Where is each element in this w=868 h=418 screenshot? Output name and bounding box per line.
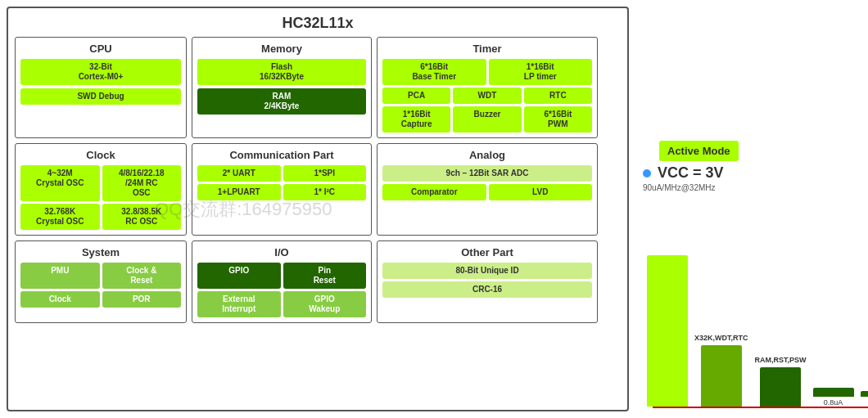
freq-label: 90uA/MHz@32MHz (643, 183, 868, 192)
vcc-label: VCC = 3V (658, 164, 724, 182)
chip-rc-osc: 4/8/16/22.18/24M RCOSC (102, 165, 182, 201)
diagram-title: HC32L11x (15, 15, 621, 32)
system-title: System (20, 246, 181, 258)
bar-chart-wrapper: X32K,WDT,RTC RAM,RST,PSW 0.8uA 0.45uA (639, 192, 868, 408)
io-block: I/O GPIO PinReset ExternalInterrupt GPIO… (192, 240, 372, 323)
chip-pin-reset: PinReset (283, 263, 367, 289)
bar-2 (701, 345, 742, 407)
memory-block: Memory Flash16/32KByte RAM2/4KByte (192, 37, 372, 138)
chip-spi: 1*SPI (283, 165, 367, 182)
analog-block: Analog 9ch – 12Bit SAR ADC Comparator LV… (377, 143, 598, 236)
chip-uart: 2* UART (197, 165, 281, 182)
cpu-title: CPU (20, 43, 181, 55)
chart-baseline (653, 407, 868, 408)
clock-title: Clock (20, 149, 181, 161)
comm-grid: 2* UART 1*SPI 1+LPUART 1* I²C (197, 165, 366, 200)
vcc-row: VCC = 3V (643, 164, 868, 182)
chip-buzzer: Buzzer (453, 106, 521, 133)
bar-2-label: X32K,WDT,RTC (694, 334, 748, 342)
io-title: I/O (197, 246, 366, 258)
diagram-grid: CPU 32-BitCortex-M0+ SWD Debug Memory Fl… (15, 37, 621, 323)
clock-grid: 4~32MCrystal OSC 4/8/16/22.18/24M RCOSC … (20, 165, 181, 230)
active-mode-row: Active Mode (643, 75, 868, 161)
system-block: System PMU Clock &Reset Clock POR (15, 240, 187, 323)
chip-ext-int: ExternalInterrupt (197, 291, 281, 317)
bar-1 (647, 255, 688, 407)
chip-crc: CRC-16 (382, 281, 592, 298)
chip-gpio: GPIO (197, 263, 281, 289)
chip-flash: Flash16/32KByte (197, 59, 366, 85)
chip-swd: SWD Debug (20, 88, 181, 105)
bar-group-5: 0.45uA (861, 391, 868, 407)
bar-group-3: RAM,RST,PSW (755, 356, 807, 407)
active-mode-badge: Active Mode (659, 141, 739, 161)
chip-por: POR (102, 291, 182, 308)
sys-grid: PMU Clock &Reset Clock POR (20, 263, 181, 308)
chip-base-timer: 6*16BitBase Timer (382, 59, 486, 85)
chip-crystal-32m: 4~32MCrystal OSC (20, 165, 100, 201)
bar-3 (760, 367, 801, 407)
clock-block: Clock 4~32MCrystal OSC 4/8/16/22.18/24M … (15, 143, 187, 236)
cpu-block: CPU 32-BitCortex-M0+ SWD Debug (15, 37, 187, 138)
memory-title: Memory (197, 43, 366, 55)
bar-3-label: RAM,RST,PSW (755, 356, 807, 364)
main-container: HC32L11x CPU 32-BitCortex-M0+ SWD Debug … (0, 0, 868, 418)
chip-pca: PCA (382, 88, 450, 104)
chip-lp-timer: 1*16BitLP timer (489, 59, 593, 85)
timer-grid-r2: PCA WDT RTC (382, 88, 592, 104)
other-grid: 80-Bit Unique ID CRC-16 (382, 263, 592, 298)
diagram-area: HC32L11x CPU 32-BitCortex-M0+ SWD Debug … (7, 7, 629, 411)
other-block: Other Part 80-Bit Unique ID CRC-16 (377, 240, 598, 323)
communication-block: Communication Part 2* UART 1*SPI 1+LPUAR… (192, 143, 372, 236)
chip-clock-sys: Clock (20, 291, 100, 308)
chip-comparator: Comparator (382, 184, 486, 200)
chip-pwm: 6*16BitPWM (524, 106, 592, 133)
comm-title: Communication Part (197, 149, 366, 161)
bar-group-1 (647, 255, 688, 407)
chip-adc: 9ch – 12Bit SAR ADC (382, 165, 592, 182)
analog-title: Analog (382, 149, 592, 161)
dot-blue-icon (643, 169, 651, 178)
chip-unique-id: 80-Bit Unique ID (382, 263, 592, 279)
mem-grid: Flash16/32KByte RAM2/4KByte (197, 59, 366, 115)
chip-crystal-32k: 32.768KCrystal OSC (20, 204, 100, 230)
bar-5 (861, 391, 868, 397)
io-grid: GPIO PinReset ExternalInterrupt GPIOWake… (197, 263, 366, 317)
other-title: Other Part (382, 246, 592, 258)
timer-grid-r3: 1*16BitCapture Buzzer 6*16BitPWM (382, 106, 592, 133)
bar-chart: X32K,WDT,RTC RAM,RST,PSW 0.8uA 0.45uA (639, 227, 868, 407)
bar-4 (813, 388, 854, 397)
chip-ram: RAM2/4KByte (197, 88, 366, 115)
timer-grid-r1: 6*16BitBase Timer 1*16BitLP timer (382, 59, 592, 85)
chip-gpio-wakeup: GPIOWakeup (283, 291, 367, 317)
chip-lvd: LVD (489, 184, 593, 200)
chip-lpuart: 1+LPUART (197, 184, 281, 200)
chip-clock-reset: Clock &Reset (102, 263, 182, 289)
cpu-grid: 32-BitCortex-M0+ SWD Debug (20, 59, 181, 105)
bar-group-4: 0.8uA (813, 388, 854, 407)
timer-title: Timer (382, 43, 592, 55)
chip-pmu: PMU (20, 263, 100, 289)
chart-info: Active Mode VCC = 3V 90uA/MHz@32MHz (639, 10, 868, 192)
chip-cortex: 32-BitCortex-M0+ (20, 59, 181, 85)
chip-wdt: WDT (453, 88, 521, 104)
analog-grid: 9ch – 12Bit SAR ADC (382, 165, 592, 182)
bar-group-2: X32K,WDT,RTC (694, 334, 748, 407)
chip-capture: 1*16BitCapture (382, 106, 450, 133)
chip-i2c: 1* I²C (283, 184, 367, 200)
chip-rc-osc-38k: 32.8/38.5KRC OSC (102, 204, 182, 230)
bar-4-bottom-label: 0.8uA (824, 398, 843, 407)
analog-grid-r2: Comparator LVD (382, 184, 592, 200)
chip-rtc: RTC (524, 88, 592, 104)
chart-area: Active Mode VCC = 3V 90uA/MHz@32MHz X32K… (635, 7, 868, 411)
timer-block: Timer 6*16BitBase Timer 1*16BitLP timer … (377, 37, 598, 138)
